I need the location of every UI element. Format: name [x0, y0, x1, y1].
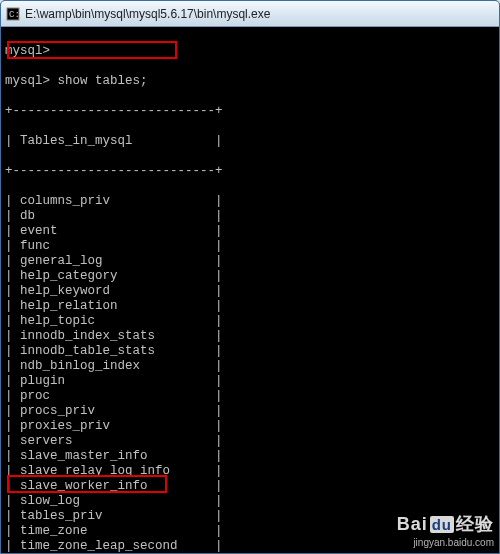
table-border: +---------------------------+	[5, 104, 495, 119]
table-row: | help_relation |	[5, 299, 495, 314]
table-row: | time_zone_leap_second |	[5, 539, 495, 554]
terminal-icon: C:	[5, 6, 21, 22]
command-line: mysql> show tables;	[5, 74, 495, 89]
svg-text:C:: C:	[9, 10, 20, 20]
table-border: +---------------------------+	[5, 164, 495, 179]
table-row: | general_log |	[5, 254, 495, 269]
table-row: | func |	[5, 239, 495, 254]
table-header: Tables_in_mysql	[20, 134, 133, 148]
table-row: | slave_master_info |	[5, 449, 495, 464]
table-row: | time_zone |	[5, 524, 495, 539]
command-text: show tables;	[58, 74, 148, 88]
table-row: | help_keyword |	[5, 284, 495, 299]
table-row: | innodb_index_stats |	[5, 329, 495, 344]
table-row: | help_category |	[5, 269, 495, 284]
table-header-row: | Tables_in_mysql |	[5, 134, 495, 149]
table-row: | slave_worker_info |	[5, 479, 495, 494]
table-row: | innodb_table_stats |	[5, 344, 495, 359]
table-row: | slow_log |	[5, 494, 495, 509]
table-row: | help_topic |	[5, 314, 495, 329]
table-row: | tables_priv |	[5, 509, 495, 524]
table-row: | plugin |	[5, 374, 495, 389]
table-row: | procs_priv |	[5, 404, 495, 419]
table-row: | proxies_priv |	[5, 419, 495, 434]
table-row: | db |	[5, 209, 495, 224]
table-row: | columns_priv |	[5, 194, 495, 209]
table-row: | ndb_binlog_index |	[5, 359, 495, 374]
table-row: | event |	[5, 224, 495, 239]
console-window: C: E:\wamp\bin\mysql\mysql5.6.17\bin\mys…	[0, 0, 500, 554]
terminal-output[interactable]: mysql> mysql> show tables; +------------…	[1, 27, 499, 553]
window-title: E:\wamp\bin\mysql\mysql5.6.17\bin\mysql.…	[25, 7, 270, 21]
prompt-line: mysql>	[5, 44, 495, 59]
table-row: | slave_relay_log_info |	[5, 464, 495, 479]
table-row: | proc |	[5, 389, 495, 404]
table-row: | servers |	[5, 434, 495, 449]
titlebar[interactable]: C: E:\wamp\bin\mysql\mysql5.6.17\bin\mys…	[1, 1, 499, 27]
